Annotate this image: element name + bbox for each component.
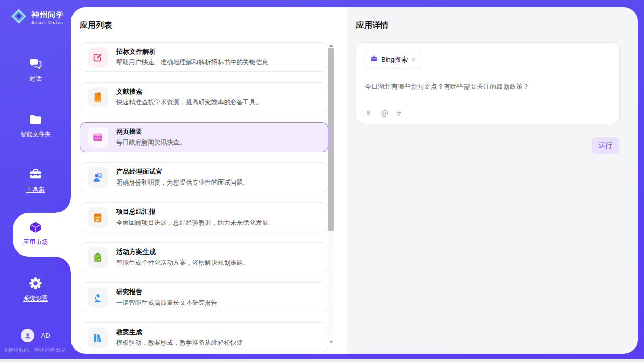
content-area: 应用列表 招标文件解析 帮助用户快速、准确地理解和解析招标书中的关键信息 bbox=[71, 7, 638, 354]
app-card-lesson-plan[interactable]: 教案生成 模板驱动，教案秒成，教学准备从此轻松快捷 bbox=[80, 322, 328, 352]
sidebar-item-label: 对话 bbox=[0, 75, 71, 83]
sidebar-item-settings[interactable]: 系统设置 bbox=[0, 276, 71, 303]
app-card-project-summary[interactable]: 项目总结汇报 全面回顾项目进展，总结经验教训，助力未来优化发展。 bbox=[80, 202, 328, 232]
sidebar-item-chat[interactable]: 对话 bbox=[0, 57, 71, 83]
app-card-desc: 每日政府新闻资讯快查。 bbox=[116, 138, 186, 147]
prompt-text[interactable]: 今日湖北有哪些新闻要点？有哪些需要关注的最新政策？ bbox=[365, 82, 611, 92]
app-card-name: 研究报告 bbox=[116, 287, 218, 297]
app-list-title: 应用列表 bbox=[80, 20, 112, 31]
brand-name: 神州问学 bbox=[31, 10, 64, 19]
folder-icon bbox=[0, 113, 71, 127]
app-card-pm-interviewer[interactable]: 产品经理面试官 明确身份和职责，为您提供专业性的面试问题。 bbox=[80, 162, 328, 192]
app-card-desc: 模板驱动，教案秒成，教学准备从此轻松快捷 bbox=[116, 339, 243, 347]
app-card-desc: 帮助用户快速、准确地理解和解析招标书中的关键信息 bbox=[116, 58, 268, 67]
brand-subtitle: Smart Vision bbox=[31, 20, 64, 25]
cube-icon bbox=[0, 220, 71, 234]
tool-chip-bing-search[interactable]: Bing搜索 × bbox=[365, 51, 421, 68]
books-icon bbox=[88, 328, 108, 348]
browser-code-icon: </> bbox=[88, 127, 108, 148]
prompt-toolbar: @ # bbox=[365, 108, 401, 117]
app-card-literature-search[interactable]: 文献搜索 快速精准查找学术资源，提高研究效率的必备工具。 bbox=[80, 82, 328, 112]
app-card-desc: 快速精准查找学术资源，提高研究效率的必备工具。 bbox=[116, 98, 262, 107]
app-list: 招标文件解析 帮助用户快速、准确地理解和解析招标书中的关键信息 文献搜索 快速精… bbox=[71, 42, 347, 354]
app-card-web-summary[interactable]: </> 网页摘要 每日政府新闻资讯快查。 bbox=[80, 122, 328, 152]
clipboard-check-icon bbox=[88, 247, 108, 268]
app-detail-panel: 应用详情 Bing搜索 × 今日湖北有哪些新闻要点？有哪些需要关注的最新政策？ … bbox=[347, 7, 638, 354]
sidebar-item-label: 工具集 bbox=[0, 185, 71, 194]
interviewer-icon bbox=[88, 167, 108, 188]
report-icon bbox=[88, 207, 108, 228]
copyright-footer: ©神州数码 · 神州问学出品 bbox=[4, 347, 72, 354]
brand: 神州问学 Smart Vision bbox=[9, 7, 64, 28]
sidebar-item-label: 系统设置 bbox=[0, 294, 71, 303]
app-card-name: 产品经理面试官 bbox=[116, 167, 249, 176]
app-card-name: 活动方案生成 bbox=[116, 247, 249, 257]
scrollbar-up-icon[interactable] bbox=[328, 42, 334, 48]
attachment-icon[interactable] bbox=[365, 109, 373, 117]
app-card-name: 教案生成 bbox=[116, 328, 243, 337]
mention-icon[interactable]: @ bbox=[381, 108, 388, 117]
app-card-research-report[interactable]: 研究报告 一键智能生成高质量长文本研究报告 bbox=[80, 282, 328, 312]
app-frame: 神州问学 Smart Vision 对话 智能文件夹 工具集 bbox=[0, 0, 644, 359]
sidebar-item-label: 智能文件夹 bbox=[0, 130, 71, 139]
app-detail-title: 应用详情 bbox=[356, 20, 388, 31]
sidebar-item-label: 应用市场 bbox=[0, 238, 71, 246]
app-card-desc: 一键智能生成高质量长文本研究报告 bbox=[116, 299, 218, 307]
app-card-name: 招标文件解析 bbox=[116, 47, 268, 56]
app-card-event-plan[interactable]: 活动方案生成 智能生成个性化活动方案，轻松解决规划难题。 bbox=[80, 242, 328, 272]
sidebar-item-app-market[interactable]: 应用市场 bbox=[0, 220, 71, 246]
app-list-panel: 应用列表 招标文件解析 帮助用户快速、准确地理解和解析招标书中的关键信息 bbox=[71, 7, 347, 354]
user-initials: AD bbox=[41, 332, 50, 339]
svg-text:</>: </> bbox=[95, 136, 101, 140]
app-card-bid-document-parsing[interactable]: 招标文件解析 帮助用户快速、准确地理解和解析招标书中的关键信息 bbox=[80, 42, 328, 72]
app-card-desc: 明确身份和职责，为您提供专业性的面试问题。 bbox=[116, 178, 249, 187]
user-account[interactable]: AD bbox=[0, 329, 71, 342]
tool-chip-label: Bing搜索 bbox=[381, 55, 408, 64]
sidebar-item-toolset[interactable]: 工具集 bbox=[0, 167, 71, 194]
briefcase-icon bbox=[370, 55, 381, 64]
app-card-desc: 智能生成个性化活动方案，轻松解决规划难题。 bbox=[116, 259, 249, 267]
run-button[interactable]: 运行 bbox=[592, 137, 619, 154]
close-icon[interactable]: × bbox=[412, 56, 416, 63]
hash-icon[interactable]: # bbox=[397, 108, 401, 117]
scrollbar-down-icon[interactable] bbox=[328, 339, 334, 345]
app-card-name: 项目总结汇报 bbox=[116, 207, 275, 216]
app-card-name: 文献搜索 bbox=[116, 87, 262, 96]
scrollbar-thumb[interactable] bbox=[328, 48, 334, 231]
app-card-desc: 全面回顾项目进展，总结经验教训，助力未来优化发展。 bbox=[116, 219, 275, 227]
sidebar-item-smart-folders[interactable]: 智能文件夹 bbox=[0, 113, 71, 139]
brand-logo-icon bbox=[9, 7, 28, 28]
research-icon bbox=[88, 287, 108, 308]
app-card-name: 网页摘要 bbox=[116, 127, 186, 136]
avatar bbox=[21, 329, 34, 342]
list-scrollbar[interactable] bbox=[328, 42, 334, 345]
toolbox-icon bbox=[0, 167, 71, 182]
book-icon bbox=[88, 87, 108, 107]
chat-icon bbox=[0, 57, 71, 71]
gear-icon bbox=[0, 276, 71, 291]
prompt-card: Bing搜索 × 今日湖北有哪些新闻要点？有哪些需要关注的最新政策？ @ # bbox=[356, 42, 620, 124]
sidebar: 神州问学 Smart Vision 对话 智能文件夹 工具集 bbox=[0, 0, 71, 359]
edit-document-icon bbox=[88, 47, 108, 67]
